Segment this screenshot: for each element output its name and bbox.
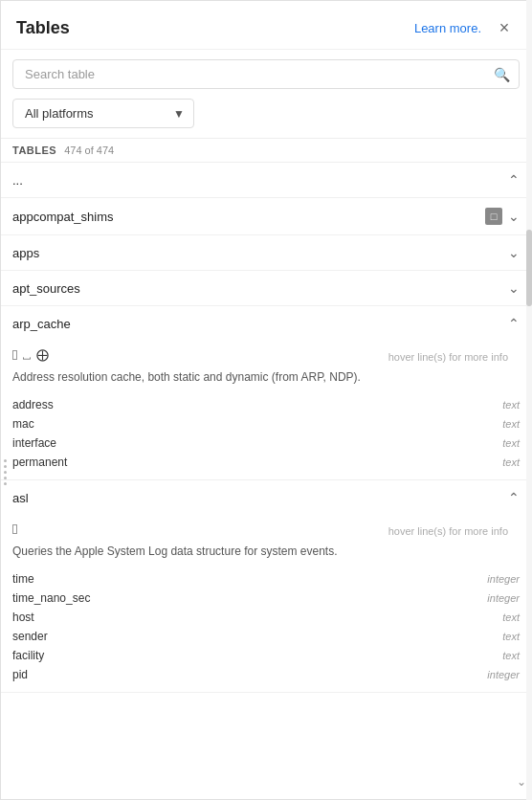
field-row-interface[interactable]: interface text (1, 433, 531, 453)
field-name-time: time (12, 572, 34, 586)
table-row-appcompat-shims: appcompat_shims □ ⌄ (1, 198, 531, 235)
table-list: ... ⌃ appcompat_shims □ ⌄ apps ⌄ (1, 163, 531, 693)
asl-description: Queries the Apple System Log data struct… (1, 537, 531, 567)
linux-icon-arp: ⎵ (23, 347, 31, 362)
dot-2 (4, 465, 7, 468)
chevron-down-icon-apt: ⌄ (508, 280, 520, 296)
arp-description: Address resolution cache, both static an… (1, 363, 531, 393)
field-row-mac[interactable]: mac text (1, 414, 531, 433)
arp-fields: address text mac text interface text per… (1, 393, 531, 479)
scrollbar-thumb[interactable] (526, 230, 532, 306)
field-name-facility: facility (12, 649, 44, 662)
field-row-host[interactable]: host text (1, 608, 531, 627)
tables-label: TABLES (12, 144, 56, 156)
table-row-truncated: ... ⌃ (1, 163, 531, 198)
field-row-permanent[interactable]: permanent text (1, 453, 531, 472)
apple-icon-arp:  (12, 346, 17, 363)
field-type-interface: text (502, 437, 520, 449)
table-row-header-apt[interactable]: apt_sources ⌄ (1, 271, 531, 305)
arp-hover-hint: hover line(s) for more info (49, 347, 520, 363)
learn-more-link[interactable]: Learn more. (414, 21, 481, 35)
table-name-asl: asl (12, 491, 29, 505)
field-row-pid[interactable]: pid integer (1, 665, 531, 684)
field-name-mac: mac (12, 417, 34, 431)
table-row-header-truncated[interactable]: ... ⌃ (1, 163, 531, 197)
field-name-sender: sender (12, 630, 48, 643)
field-type-mac: text (502, 418, 520, 430)
field-name-time-nano: time_nano_sec (12, 591, 90, 605)
windows-icon-arp: ⨁ (36, 347, 49, 362)
table-row-header-asl[interactable]: asl ⌃ (1, 480, 531, 515)
arp-platform-icons:  ⎵ ⨁ (12, 346, 49, 363)
table-row-apps: apps ⌄ (1, 235, 531, 271)
asl-fields: time integer time_nano_sec integer host … (1, 567, 531, 692)
chevron-down-icon-apps: ⌄ (508, 245, 520, 260)
field-name-pid: pid (12, 668, 28, 681)
field-row-facility[interactable]: facility text (1, 646, 531, 665)
tables-panel: Tables Learn more. × 🔍 All platforms mac… (0, 0, 532, 800)
field-type-permanent: text (502, 456, 520, 468)
sidebar-dots (4, 459, 7, 485)
scrollbar-track[interactable] (526, 0, 532, 800)
dot-5 (4, 482, 7, 485)
table-name-apt: apt_sources (12, 281, 80, 296)
field-type-address: text (502, 399, 520, 411)
header-right: Learn more. × (414, 16, 516, 39)
field-type-facility: text (502, 650, 520, 661)
asl-hover-hint: hover line(s) for more info (17, 522, 520, 537)
appcompat-right: □ ⌄ (485, 208, 520, 225)
field-type-pid: integer (487, 669, 520, 680)
dot-3 (4, 471, 7, 474)
field-type-host: text (502, 611, 520, 623)
table-name-apps: apps (12, 246, 39, 260)
table-row-asl: asl ⌃  hover line(s) for more info Quer… (1, 480, 531, 693)
table-row-header-arp[interactable]: arp_cache ⌃ (1, 306, 531, 341)
chevron-down-icon-appcompat: ⌄ (508, 209, 520, 224)
field-type-time: integer (487, 573, 520, 585)
table-row-header-appcompat[interactable]: appcompat_shims □ ⌄ (1, 198, 531, 234)
bottom-scroll-down-icon: ⌄ (517, 775, 526, 789)
chevron-up-icon-arp: ⌃ (508, 316, 520, 331)
close-button[interactable]: × (493, 16, 516, 39)
panel-title: Tables (16, 18, 70, 38)
field-name-permanent: permanent (12, 456, 67, 469)
search-icon: 🔍 (494, 67, 510, 82)
table-row-arp-cache: arp_cache ⌃  ⎵ ⨁ hover line(s) for more… (1, 306, 531, 480)
field-row-address[interactable]: address text (1, 395, 531, 414)
table-row-apt-sources: apt_sources ⌄ (1, 271, 531, 306)
field-type-sender: text (502, 631, 520, 642)
table-name-truncated: ... (12, 173, 23, 188)
field-name-interface: interface (12, 436, 56, 450)
expand-indicator: □ (485, 208, 502, 225)
field-name-host: host (12, 611, 34, 624)
search-input[interactable] (12, 59, 520, 89)
field-name-address: address (12, 398, 54, 411)
search-container: 🔍 (12, 59, 520, 89)
field-row-time[interactable]: time integer (1, 569, 531, 589)
dot-4 (4, 477, 7, 479)
table-name-appcompat: appcompat_shims (12, 210, 114, 224)
dropdown-container: All platforms macOS Linux Windows ▼ (12, 99, 520, 128)
chevron-up-icon-asl: ⌃ (508, 490, 520, 505)
table-name-arp: arp_cache (12, 317, 71, 331)
dropdown-wrapper: All platforms macOS Linux Windows ▼ (12, 99, 194, 128)
panel-header: Tables Learn more. × (1, 1, 531, 50)
tables-header: TABLES 474 of 474 (1, 138, 531, 163)
dot-1 (4, 459, 7, 462)
field-type-time-nano: integer (487, 592, 520, 604)
tables-count: 474 of 474 (64, 144, 114, 156)
arp-platforms-hint-row:  ⎵ ⨁ hover line(s) for more info (1, 341, 531, 363)
field-row-sender[interactable]: sender text (1, 627, 531, 646)
asl-platforms-hint-row:  hover line(s) for more info (1, 515, 531, 537)
platforms-dropdown[interactable]: All platforms macOS Linux Windows (12, 99, 194, 128)
table-row-header-apps[interactable]: apps ⌄ (1, 235, 531, 270)
chevron-up-icon: ⌃ (508, 172, 520, 188)
field-row-time-nano[interactable]: time_nano_sec integer (1, 589, 531, 608)
